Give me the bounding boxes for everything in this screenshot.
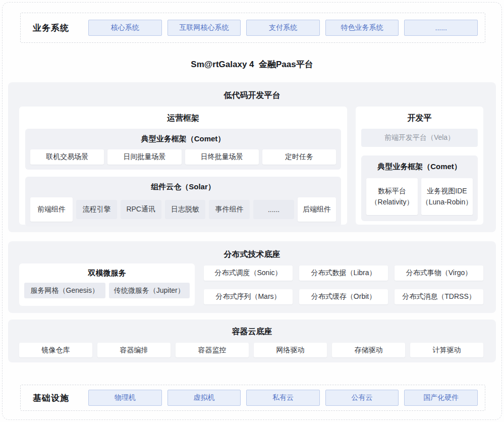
component-cloud-subpanel: 组件云仓（Solar） 前端组件 流程引擎 RPC通讯 日志脱敏 事件组件 ..… [25, 177, 341, 227]
box-label-line2: （Luna-Robin） [422, 197, 472, 208]
box-distributed-data-libra: 分布式数据（Libra） [299, 266, 388, 281]
infrastructure-chip-strip: 物理机 虚拟机 私有云 公有云 国产化硬件 [88, 390, 478, 406]
distributed-base-panel: 分布式技术底座 双模微服务 服务网格（Genesis） 传统微服务（Jupite… [8, 241, 496, 313]
chip-internet-core-system: 互联网核心系统 [167, 20, 241, 36]
component-cloud-title: 组件云仓（Solar） [30, 182, 336, 192]
box-network-driver: 网络驱动 [254, 343, 327, 357]
container-base-row: 镜像仓库 容器编排 容器监控 网络驱动 存储驱动 计算驱动 [19, 343, 483, 357]
box-frontend-dev-platform-vela: 前端开发平台（Vela） [361, 129, 478, 147]
box-online-trading-scene: 联机交易场景 [30, 149, 104, 165]
box-daytime-batch-scene: 日间批量场景 [107, 149, 181, 165]
operation-framework-panel: 运营框架 典型业务框架（Comet） 联机交易场景 日间批量场景 日终批量场景 … [19, 107, 347, 225]
infrastructure-row: 基础设施 物理机 虚拟机 私有云 公有云 国产化硬件 [20, 385, 485, 411]
box-storage-driver: 存储驱动 [332, 343, 405, 357]
box-business-view-ide-luna-robin: 业务视图IDE （Luna-Robin） [421, 178, 473, 215]
box-label-line1: 业务视图IDE [427, 186, 467, 197]
lowcode-content: 运营框架 典型业务框架（Comet） 联机交易场景 日间批量场景 日终批量场景 … [19, 107, 483, 225]
business-framework-row: 联机交易场景 日间批量场景 日终批量场景 定时任务 [30, 149, 336, 165]
component-cloud-row: 前端组件 流程引擎 RPC通讯 日志脱敏 事件组件 ...... 后端组件 [30, 197, 336, 222]
distributed-services-grid: 分布式调度（Sonic） 分布式数据（Libra） 分布式事物（Virgo） 分… [204, 263, 483, 306]
business-systems-label: 业务系统 [25, 22, 77, 34]
business-systems-row: 业务系统 核心系统 互联网核心系统 支付系统 特色业务系统 ...... [20, 13, 485, 43]
box-log-masking: 日志脱敏 [165, 200, 206, 219]
chip-public-cloud: 公有云 [325, 390, 399, 406]
dual-mode-title: 双模微服务 [24, 263, 190, 283]
distributed-base-title: 分布式技术底座 [8, 241, 496, 260]
box-service-mesh-genesis: 服务网格（Genesis） [24, 283, 105, 298]
box-compute-driver: 计算驱动 [410, 343, 483, 357]
box-scheduled-task: 定时任务 [262, 149, 336, 165]
architecture-diagram: 业务系统 核心系统 互联网核心系统 支付系统 特色业务系统 ...... Sm@… [0, 0, 504, 422]
box-distributed-cache-orbit: 分布式缓存（Orbit） [299, 289, 388, 304]
lowcode-platform-panel: 低代码开发平台 运营框架 典型业务框架（Comet） 联机交易场景 日间批量场景… [8, 82, 496, 232]
box-distributed-message-tdrss: 分布式消息（TDRSS） [395, 289, 483, 304]
chip-virtual-machine: 虚拟机 [167, 390, 241, 406]
business-framework-title: 典型业务框架（Comet） [30, 134, 336, 144]
box-event-component: 事件组件 [209, 200, 250, 219]
dual-mode-microservice-panel: 双模微服务 服务网格（Genesis） 传统微服务（Jupiter） [19, 263, 195, 306]
chip-domestic-hardware: 国产化硬件 [404, 390, 478, 406]
dual-mode-row: 服务网格（Genesis） 传统微服务（Jupiter） [24, 283, 190, 298]
container-base-panel: 容器云底座 镜像仓库 容器编排 容器监控 网络驱动 存储驱动 计算驱动 [8, 320, 496, 362]
box-component-ellipsis: ...... [253, 200, 294, 219]
box-label-line1: 数标平台 [378, 186, 406, 197]
box-traditional-microservice-jupiter: 传统微服务（Jupiter） [109, 283, 190, 298]
box-image-registry: 镜像仓库 [19, 343, 92, 357]
chip-private-cloud: 私有云 [246, 390, 320, 406]
operation-framework-title: 运营框架 [25, 107, 341, 129]
box-frontend-component: 前端组件 [30, 197, 73, 222]
box-distributed-transaction-virgo: 分布式事物（Virgo） [395, 266, 483, 281]
business-framework-subpanel: 典型业务框架（Comet） 联机交易场景 日间批量场景 日终批量场景 定时任务 [25, 129, 341, 170]
page-title: Sm@rtGalaxy 4 金融Paas平台 [0, 59, 504, 70]
chip-payment-system: 支付系统 [246, 20, 320, 36]
dev-business-framework-subpanel: 典型业务框架（Comet） 数标平台 （Relativity） 业务视图IDE … [361, 155, 478, 221]
box-eod-batch-scene: 日终批量场景 [185, 149, 259, 165]
box-distributed-scheduling-sonic: 分布式调度（Sonic） [204, 266, 293, 281]
container-base-title: 容器云底座 [8, 320, 496, 337]
box-container-orchestration: 容器编排 [97, 343, 171, 357]
box-rpc-communication: RPC通讯 [121, 200, 161, 219]
dev-business-framework-title: 典型业务框架（Comet） [366, 162, 473, 172]
box-label-line2: （Relativity） [371, 197, 414, 208]
chip-core-system: 核心系统 [88, 20, 162, 36]
dev-platform-panel: 开发平 前端开发平台（Vela） 典型业务框架（Comet） 数标平台 （Rel… [356, 107, 483, 225]
dev-business-framework-row: 数标平台 （Relativity） 业务视图IDE （Luna-Robin） [366, 178, 473, 215]
box-process-engine: 流程引擎 [76, 200, 117, 219]
dev-platform-title: 开发平 [361, 107, 478, 129]
box-container-monitoring: 容器监控 [176, 343, 249, 357]
business-systems-chip-strip: 核心系统 互联网核心系统 支付系统 特色业务系统 ...... [88, 20, 478, 36]
box-backend-component: 后端组件 [298, 197, 336, 222]
infrastructure-label: 基础设施 [25, 392, 77, 404]
distributed-content: 双模微服务 服务网格（Genesis） 传统微服务（Jupiter） 分布式调度… [19, 263, 483, 306]
chip-special-business-system: 特色业务系统 [325, 20, 399, 36]
lowcode-platform-title: 低代码开发平台 [8, 82, 496, 101]
box-data-indicator-platform-relativity: 数标平台 （Relativity） [366, 178, 418, 215]
box-distributed-sequence-mars: 分布式序列（Mars） [204, 289, 293, 304]
chip-physical-machine: 物理机 [88, 390, 162, 406]
chip-business-ellipsis: ...... [404, 20, 478, 36]
